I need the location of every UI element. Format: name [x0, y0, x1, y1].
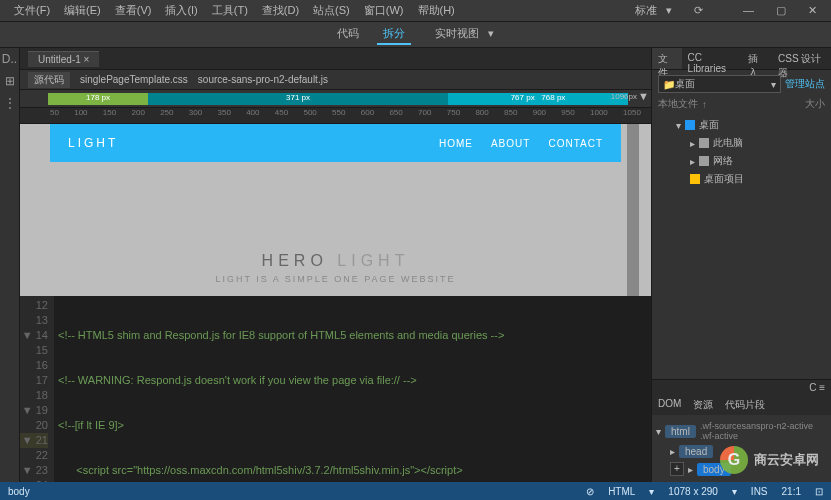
status-mode-icon[interactable]: ⊘: [586, 486, 594, 497]
breakpoint-1[interactable]: 178 px: [48, 93, 148, 105]
code-line: <!-- HTML5 shim and Respond.js for IE8 s…: [58, 328, 651, 343]
menu-tools[interactable]: 工具(T): [206, 1, 254, 20]
code-content[interactable]: <!-- HTML5 shim and Respond.js for IE8 s…: [54, 296, 651, 482]
tab-assets[interactable]: 资源: [687, 395, 719, 415]
preview-nav-about[interactable]: ABOUT: [491, 138, 530, 149]
preview-header: LIGHT HOME ABOUT CONTACT: [50, 124, 621, 162]
folder-icon: [690, 174, 700, 184]
menu-view[interactable]: 查看(V): [109, 1, 158, 20]
doc-tab-untitled[interactable]: Untitled-1 ×: [28, 51, 99, 67]
workspace-switcher[interactable]: 标准 ▾: [623, 1, 678, 20]
status-html[interactable]: HTML: [608, 486, 635, 497]
tool-dots[interactable]: ⋮: [4, 96, 16, 110]
drive-icon: [699, 138, 709, 148]
menu-find[interactable]: 查找(D): [256, 1, 305, 20]
menubar-right: 标准 ▾ ⟳ — ▢ ✕: [623, 1, 823, 20]
preview-logo[interactable]: LIGHT: [68, 136, 118, 150]
close-icon[interactable]: ✕: [802, 2, 823, 19]
dom-html[interactable]: ▾ html .wf-sourcesanspro-n2-active .wf-a…: [656, 419, 827, 443]
line-gutter: 1213▼ 1415161718▼ 1920▼ 2122▼ 232425▼ 26…: [20, 296, 54, 482]
breakpoint-3[interactable]: 767 px 768 px: [448, 93, 628, 105]
main-area: D.. ⊞ ⋮ Untitled-1 × 源代码 singlePageTempl…: [0, 48, 831, 482]
window-controls: — ▢ ✕: [737, 2, 823, 19]
folder-icon: [685, 120, 695, 130]
right-panel: 文件 CC Libraries 插入 CSS 设计器 📁 桌面 ▾ 管理站点 本…: [651, 48, 831, 482]
status-ins: INS: [751, 486, 768, 497]
status-path[interactable]: body: [8, 486, 30, 497]
tab-dom[interactable]: DOM: [652, 395, 687, 415]
menu-help[interactable]: 帮助(H): [412, 1, 461, 20]
menubar: 文件(F) 编辑(E) 查看(V) 插入(I) 工具(T) 查找(D) 站点(S…: [0, 0, 831, 22]
tab-cc-libraries[interactable]: CC Libraries: [682, 48, 743, 69]
manage-sites-link[interactable]: 管理站点: [785, 77, 825, 91]
preview-hero: HERO LIGHT LIGHT IS A SIMPLE ONE PAGE WE…: [50, 162, 621, 296]
file-tree: ▾ 桌面 ▸ 此电脑 ▸ 网络 桌面项目: [658, 114, 825, 190]
menu-window[interactable]: 窗口(W): [358, 1, 410, 20]
tool-d[interactable]: D..: [2, 52, 17, 66]
network-icon: [699, 156, 709, 166]
code-line: <!--[if lt IE 9]>: [58, 418, 651, 433]
status-cursor: 21:1: [782, 486, 801, 497]
view-split[interactable]: 拆分: [377, 24, 411, 45]
preview-nav: HOME ABOUT CONTACT: [439, 138, 603, 149]
tree-desktop[interactable]: ▾ 桌面: [662, 116, 821, 134]
files-panel-body: 📁 桌面 ▾ 管理站点 本地文件 ↑ 大小 ▾ 桌面 ▸ 此电脑 ▸ 网络 桌面…: [652, 70, 831, 194]
related-files-bar: 源代码 singlePageTemplate.css source-sans-p…: [20, 70, 651, 90]
menu-file[interactable]: 文件(F): [8, 1, 56, 20]
statusbar: body ⊘ HTML ▾ 1078 x 290 ▾ INS 21:1 ⊡: [0, 482, 831, 500]
sync-icon[interactable]: ⟳: [688, 2, 709, 19]
minimize-icon[interactable]: —: [737, 2, 760, 19]
tree-computer[interactable]: ▸ 此电脑: [662, 134, 821, 152]
menu-insert[interactable]: 插入(I): [159, 1, 203, 20]
tab-insert[interactable]: 插入: [742, 48, 772, 69]
code-editor[interactable]: 1213▼ 1415161718▼ 1920▼ 2122▼ 232425▼ 26…: [20, 296, 651, 482]
ruler-ticks: 5010015020025030035040045050055060065070…: [50, 108, 641, 117]
source-code-button[interactable]: 源代码: [28, 72, 70, 88]
status-preview-icon[interactable]: ⊡: [815, 486, 823, 497]
breakpoint-marker-icon[interactable]: ▼: [638, 90, 649, 102]
document-tabs: Untitled-1 ×: [20, 48, 651, 70]
view-toolbar: 代码 拆分 实时视图 ▾: [0, 22, 831, 48]
site-dropdown[interactable]: 📁 桌面 ▾: [658, 75, 781, 93]
breakpoint-2[interactable]: 371 px: [148, 93, 448, 105]
related-file-css[interactable]: singlePageTemplate.css: [80, 74, 188, 85]
tool-hash[interactable]: ⊞: [5, 74, 15, 88]
menu-site[interactable]: 站点(S): [307, 1, 356, 20]
editor-column: Untitled-1 × 源代码 singlePageTemplate.css …: [20, 48, 651, 482]
hero-title: HERO LIGHT: [262, 252, 410, 270]
tree-desktop-items[interactable]: 桌面项目: [662, 170, 821, 188]
left-toolbar: D.. ⊞ ⋮: [0, 48, 20, 482]
watermark-logo-icon: G: [720, 446, 748, 474]
maximize-icon[interactable]: ▢: [770, 2, 792, 19]
view-live[interactable]: 实时视图 ▾: [423, 24, 500, 45]
size-header: 大小: [805, 97, 825, 111]
menu-items: 文件(F) 编辑(E) 查看(V) 插入(I) 工具(T) 查找(D) 站点(S…: [8, 1, 461, 20]
dom-tabs: DOM 资源 代码片段: [652, 395, 831, 415]
panel-menu-icon[interactable]: ≡: [819, 382, 825, 393]
add-element-button[interactable]: +: [670, 462, 684, 476]
panel-tabs: 文件 CC Libraries 插入 CSS 设计器: [652, 48, 831, 70]
view-code[interactable]: 代码: [331, 24, 365, 45]
menu-edit[interactable]: 编辑(E): [58, 1, 107, 20]
ruler: 5010015020025030035040045050055060065070…: [20, 108, 651, 124]
code-line: <script src="https://oss.maxcdn.com/html…: [58, 463, 651, 478]
tree-network[interactable]: ▸ 网络: [662, 152, 821, 170]
local-files-header: 本地文件: [658, 97, 698, 111]
code-line: <!-- WARNING: Respond.js doesn't work if…: [58, 373, 651, 388]
watermark: G 商云安卓网: [720, 446, 819, 474]
preview-page: LIGHT HOME ABOUT CONTACT HERO LIGHT LIGH…: [50, 124, 621, 296]
watermark-text: 商云安卓网: [754, 451, 819, 469]
breakpoint-bar[interactable]: 178 px 371 px 767 px 768 px 1096px ▼: [20, 90, 651, 108]
hero-subtitle: LIGHT IS A SIMPLE ONE PAGE WEBSITE: [215, 274, 455, 284]
tab-css-designer[interactable]: CSS 设计器: [772, 48, 831, 69]
tab-snippets[interactable]: 代码片段: [719, 395, 771, 415]
status-viewport[interactable]: 1078 x 290: [668, 486, 718, 497]
tab-files[interactable]: 文件: [652, 48, 682, 69]
breakpoint-end: 1096px: [611, 92, 637, 101]
related-file-js[interactable]: source-sans-pro-n2-default.js: [198, 74, 328, 85]
preview-nav-contact[interactable]: CONTACT: [548, 138, 603, 149]
live-preview[interactable]: LIGHT HOME ABOUT CONTACT HERO LIGHT LIGH…: [20, 124, 651, 296]
refresh-icon[interactable]: C: [809, 382, 816, 393]
preview-scrollbar[interactable]: [627, 124, 639, 296]
preview-nav-home[interactable]: HOME: [439, 138, 473, 149]
